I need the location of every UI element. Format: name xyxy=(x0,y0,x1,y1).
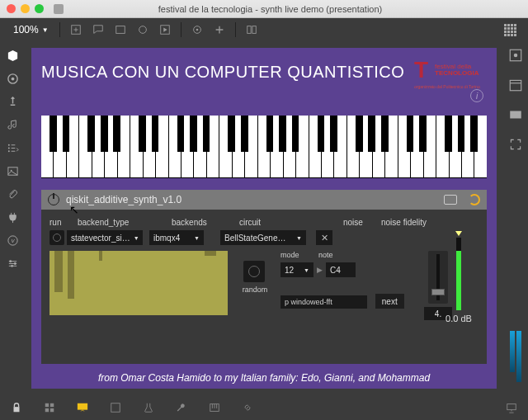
toolbar-play-button[interactable] xyxy=(155,21,175,38)
run-button[interactable] xyxy=(50,230,64,245)
black-key[interactable] xyxy=(266,116,274,152)
white-key[interactable] xyxy=(169,116,182,178)
sidebar-target-icon[interactable] xyxy=(5,71,20,86)
label-noise-fidelity: noise fidelity xyxy=(381,218,447,227)
bottom-beaker-icon[interactable] xyxy=(140,399,157,416)
black-key[interactable] xyxy=(292,116,299,152)
svg-text:v: v xyxy=(11,237,15,244)
synth-module: qiskit_additive_synth_v1.0 run backend_t… xyxy=(41,190,487,364)
refresh-icon[interactable] xyxy=(469,194,480,205)
white-key[interactable] xyxy=(41,116,54,178)
black-key[interactable] xyxy=(139,116,146,152)
toolbar-transport-button[interactable] xyxy=(133,21,153,38)
white-key[interactable] xyxy=(309,116,322,178)
bottom-edit-icon[interactable] xyxy=(107,399,124,416)
black-key[interactable] xyxy=(419,116,427,152)
black-key[interactable] xyxy=(152,116,159,152)
black-key[interactable] xyxy=(177,116,185,152)
svg-point-10 xyxy=(7,144,9,145)
right-inspect-icon[interactable] xyxy=(508,48,523,63)
bottom-wrench-icon[interactable] xyxy=(173,399,190,416)
right-calendar-icon[interactable] xyxy=(508,78,523,92)
random-button[interactable] xyxy=(243,261,265,282)
snapshot-icon[interactable] xyxy=(444,195,457,205)
black-key[interactable] xyxy=(330,116,337,152)
toolbar-plus-button[interactable] xyxy=(210,21,229,38)
black-key[interactable] xyxy=(368,116,375,152)
bottom-present-icon[interactable] xyxy=(503,399,520,416)
white-key[interactable] xyxy=(347,116,360,178)
black-key[interactable] xyxy=(458,116,465,152)
backend-type-dropdown[interactable]: statevector_si…▼ xyxy=(67,230,143,245)
zoom-window-button[interactable] xyxy=(35,4,44,13)
level-meters xyxy=(510,331,521,389)
white-key[interactable] xyxy=(79,116,92,178)
play-icon[interactable]: ▶ xyxy=(317,266,323,274)
black-key[interactable] xyxy=(50,116,57,152)
black-key[interactable] xyxy=(470,116,478,152)
white-key[interactable] xyxy=(130,116,143,178)
toolbar-new-button[interactable] xyxy=(66,21,86,38)
slide: MUSICA CON UN COMPUTER QUANTISTICO T fes… xyxy=(31,48,497,389)
toolbar-target-button[interactable] xyxy=(187,21,207,38)
black-key[interactable] xyxy=(101,116,108,152)
svg-rect-27 xyxy=(45,408,49,412)
sidebar-var-icon[interactable]: v xyxy=(5,233,20,248)
sidebar-plug-icon[interactable] xyxy=(5,210,20,224)
note-field[interactable]: C4 xyxy=(326,262,356,277)
black-key[interactable] xyxy=(241,116,248,152)
toolbar-comment-button[interactable] xyxy=(88,21,108,38)
sidebar-settings-icon[interactable] xyxy=(5,256,20,271)
bottom-grid-icon[interactable] xyxy=(41,399,58,416)
black-key[interactable] xyxy=(87,116,95,152)
black-key[interactable] xyxy=(190,116,197,152)
sidebar-image-icon[interactable] xyxy=(5,163,20,178)
black-key[interactable] xyxy=(407,116,414,152)
bottom-link-icon[interactable] xyxy=(239,399,256,416)
window-title: festival de la tecnologia - synth live d… xyxy=(68,4,521,14)
toolbar-rect-button[interactable] xyxy=(111,21,130,38)
black-key[interactable] xyxy=(318,116,325,152)
param-header-row: run backend_type backends circuit noise … xyxy=(50,216,478,228)
black-key[interactable] xyxy=(445,116,452,152)
right-expand-icon[interactable] xyxy=(508,137,523,152)
slide-credit: from Omar Costa Hamido to my Italian fam… xyxy=(31,372,497,384)
white-key[interactable] xyxy=(436,116,449,178)
zoom-dropdown[interactable]: 100% ▼ xyxy=(8,22,54,37)
black-key[interactable] xyxy=(381,116,389,152)
black-key[interactable] xyxy=(356,116,363,152)
black-key[interactable] xyxy=(113,116,120,152)
sidebar-note-icon[interactable] xyxy=(5,117,20,132)
white-key[interactable] xyxy=(219,116,232,178)
toolbar-relayout-button[interactable] xyxy=(242,21,262,38)
lock-icon[interactable] xyxy=(8,399,25,416)
backends-dropdown[interactable]: ibmqx4▼ xyxy=(149,230,204,245)
piano-keyboard[interactable]: document.write(Array.from({length:35},(_… xyxy=(41,116,487,178)
black-key[interactable] xyxy=(228,116,235,152)
bottom-piano-icon[interactable] xyxy=(206,399,223,416)
sidebar-cube-icon[interactable] xyxy=(5,48,20,63)
power-icon[interactable] xyxy=(48,194,59,205)
right-panel-icon[interactable] xyxy=(508,107,523,122)
next-button[interactable]: next xyxy=(375,294,404,309)
white-key[interactable] xyxy=(398,116,411,178)
noise-clear-button[interactable]: ✕ xyxy=(316,230,332,245)
info-icon[interactable]: i xyxy=(470,89,483,102)
black-key[interactable] xyxy=(279,116,286,152)
black-key[interactable] xyxy=(203,116,210,152)
bottom-presentation-icon[interactable] xyxy=(74,399,91,416)
left-sidebar: v xyxy=(0,41,25,395)
circuit-dropdown[interactable]: BellStateGene…▼ xyxy=(220,230,306,245)
svg-rect-24 xyxy=(14,407,20,412)
toolbar-grid-button[interactable] xyxy=(500,21,520,38)
minimize-window-button[interactable] xyxy=(21,4,30,13)
algorithm-field[interactable]: p windowed-fft xyxy=(280,295,367,309)
white-key[interactable] xyxy=(258,116,271,178)
level-db-readout: 0.0 dB xyxy=(446,314,472,323)
black-key[interactable] xyxy=(63,116,70,152)
close-window-button[interactable] xyxy=(7,4,16,13)
sidebar-tuning-icon[interactable] xyxy=(5,94,20,109)
mode-dropdown[interactable]: 12▼ xyxy=(280,262,314,277)
sidebar-sequence-icon[interactable] xyxy=(5,140,20,155)
sidebar-attachment-icon[interactable] xyxy=(5,186,20,201)
